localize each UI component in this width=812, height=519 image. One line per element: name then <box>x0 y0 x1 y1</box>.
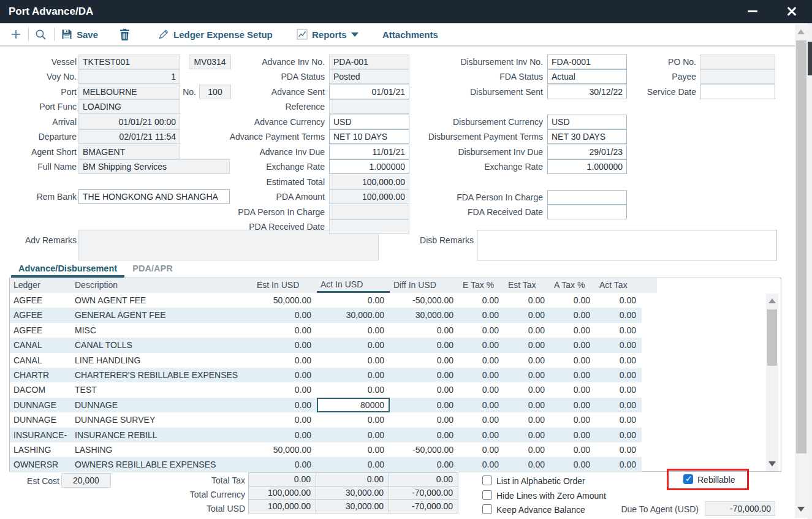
grid-scrollbar-thumb[interactable] <box>767 309 777 366</box>
grid-cell[interactable]: 0.00 <box>550 428 596 442</box>
grid-cell[interactable]: 0.00 <box>459 368 504 382</box>
departure-field[interactable]: 02/01/21 11:54 <box>78 129 180 144</box>
grid-cell[interactable]: 0.00 <box>596 442 642 457</box>
grid-cell[interactable]: 0.00 <box>550 457 596 472</box>
grid-cell[interactable]: 0.00 <box>504 338 550 352</box>
column-header-act-tax[interactable]: Act Tax <box>596 278 642 293</box>
grid-cell[interactable]: 50,000.00 <box>253 442 317 457</box>
disbursement-inv-due-field[interactable]: 29/01/23 <box>547 145 627 159</box>
grid-cell[interactable]: CHARTERER'S REBILLABLE EXPENSES <box>71 368 253 382</box>
grid-cell[interactable]: DUNNAGE <box>10 412 71 427</box>
grid-cell[interactable]: 0.00 <box>504 412 550 427</box>
grid-cell[interactable]: 0.00 <box>596 398 642 412</box>
grid-cell[interactable]: 0.00 <box>317 338 390 352</box>
grid-cell[interactable]: -50,000.00 <box>390 293 459 308</box>
voy-no-field[interactable]: 1 <box>78 69 180 84</box>
grid-cell[interactable]: 0.00 <box>550 442 596 457</box>
grid-cell[interactable]: 0.00 <box>253 457 317 472</box>
keep-advance-balance-checkbox[interactable] <box>482 504 492 514</box>
window-scrollbar[interactable] <box>795 25 808 518</box>
adv-remarks-field[interactable] <box>78 230 379 260</box>
window-scroll-up-icon[interactable] <box>797 29 805 34</box>
grid-cell[interactable]: 0.00 <box>504 353 550 368</box>
grid-row[interactable]: AGFEEGENERAL AGENT FEE0.0030,000.0030,00… <box>10 308 642 322</box>
grid-cell[interactable]: 0.00 <box>504 293 550 308</box>
grid-row[interactable]: CANALLINE HANDLING0.000.000.000.000.000.… <box>10 353 642 368</box>
grid-cell[interactable]: OWNERSR <box>10 457 71 472</box>
grid-cell[interactable]: 0.00 <box>504 382 550 397</box>
grid-cell[interactable]: INSURANCE REBILL <box>71 428 253 442</box>
ledger-expense-setup-button[interactable]: Ledger Expense Setup <box>158 23 273 45</box>
grid-cell[interactable]: 0.00 <box>596 382 642 397</box>
grid-cell[interactable]: 0.00 <box>253 323 317 338</box>
grid-cell[interactable]: 0.00 <box>317 368 390 382</box>
search-button[interactable] <box>34 23 47 45</box>
estimated-total-field[interactable]: 100,000.00 <box>329 175 409 189</box>
grid-cell[interactable]: OWN AGENT FEE <box>71 293 253 308</box>
column-header-est-in-usd[interactable]: Est In USD <box>253 278 317 293</box>
grid-row[interactable]: AGFEEOWN AGENT FEE50,000.000.00-50,000.0… <box>10 293 642 308</box>
grid-cell[interactable]: 0.00 <box>596 308 642 322</box>
grid-cell[interactable]: 30,000.00 <box>390 308 459 322</box>
payee-field[interactable] <box>700 69 775 84</box>
grid-cell[interactable]: 0.00 <box>459 353 504 368</box>
grid-cell[interactable]: AGFEE <box>10 293 71 308</box>
grid-cell[interactable]: AGFEE <box>10 308 71 322</box>
tab-advance-disbursement[interactable]: Advance/Disbursement <box>11 262 124 278</box>
grid-cell[interactable]: 50,000.00 <box>253 293 317 308</box>
disb-remarks-field[interactable] <box>477 230 777 260</box>
grid-row[interactable]: CANALCANAL TOLLS0.000.000.000.000.000.00… <box>10 338 642 352</box>
minimize-button[interactable] <box>740 0 765 23</box>
grid-cell[interactable]: 0.00 <box>253 353 317 368</box>
grid-cell[interactable]: 0.00 <box>596 353 642 368</box>
add-button[interactable] <box>10 23 22 45</box>
grid-cell[interactable]: 0.00 <box>550 368 596 382</box>
column-header-a-tax[interactable]: A Tax % <box>550 278 596 293</box>
column-header-est-tax[interactable]: Est Tax <box>504 278 550 293</box>
grid-cell[interactable]: 0.00 <box>390 457 459 472</box>
grid-cell[interactable]: 0.00 <box>253 368 317 382</box>
grid-cell[interactable]: 0.00 <box>253 398 317 412</box>
fda-person-in-charge-field[interactable] <box>547 190 627 205</box>
column-header-act-in-usd[interactable]: Act In USD <box>317 278 390 293</box>
grid-cell[interactable]: 0.00 <box>596 412 642 427</box>
tab-pda-apr[interactable]: PDA/APR <box>131 262 175 278</box>
grid-cell[interactable]: 0.00 <box>550 412 596 427</box>
grid-row[interactable]: DACOMTEST0.000.000.000.000.000.000.00 <box>10 382 642 397</box>
disbursement-exchange-rate-field[interactable]: 1.000000 <box>547 159 627 174</box>
fda-received-date-field[interactable] <box>547 205 627 219</box>
grid-cell[interactable]: 0.00 <box>253 428 317 442</box>
grid-scroll-up-icon[interactable] <box>768 298 776 303</box>
attachments-button[interactable]: Attachments <box>382 23 438 45</box>
column-header-diff-in-usd[interactable]: Diff In USD <box>390 278 459 293</box>
disbursement-currency-field[interactable]: USD <box>547 115 627 129</box>
delete-button[interactable] <box>120 23 130 45</box>
grid-row[interactable]: DUNNAGEDUNNAGE SURVEY0.000.000.000.000.0… <box>10 412 642 427</box>
grid-cell[interactable]: 30,000.00 <box>317 308 390 322</box>
grid-cell[interactable]: 0.00 <box>317 412 390 427</box>
grid-cell[interactable]: 0.00 <box>459 412 504 427</box>
grid-cell[interactable]: 0.00 <box>504 308 550 322</box>
grid-cell[interactable]: 0.00 <box>459 442 504 457</box>
agent-short-field[interactable]: BMAGENT <box>78 145 180 159</box>
grid-cell[interactable]: 0.00 <box>459 398 504 412</box>
grid-row[interactable]: DUNNAGEDUNNAGE0.00800000.000.000.000.000… <box>10 398 642 412</box>
grid-cell[interactable]: TEST <box>71 382 253 397</box>
grid-row[interactable]: AGFEEMISC0.000.000.000.000.000.000.00 <box>10 323 642 338</box>
grid-cell[interactable]: 0.00 <box>550 382 596 397</box>
grid-cell[interactable]: 0.00 <box>504 428 550 442</box>
grid-cell[interactable]: 0.00 <box>317 353 390 368</box>
column-header-e-tax[interactable]: E Tax % <box>459 278 504 293</box>
due-to-agent-field[interactable]: -70,000.00 <box>705 501 775 516</box>
port-field[interactable]: MELBOURNE <box>78 85 180 99</box>
grid-cell[interactable]: CANAL <box>10 353 71 368</box>
arrival-field[interactable]: 01/01/21 00:00 <box>78 115 180 129</box>
grid-cell[interactable]: 0.00 <box>390 382 459 397</box>
grid-cell[interactable]: 0.00 <box>504 368 550 382</box>
grid-cell[interactable]: DUNNAGE <box>10 398 71 412</box>
grid-cell[interactable]: 0.00 <box>390 398 459 412</box>
grid-cell[interactable]: 0.00 <box>596 323 642 338</box>
grid-row[interactable]: INSURANCE-INSURANCE REBILL0.000.000.000.… <box>10 428 642 442</box>
grid-cell[interactable]: 0.00 <box>317 457 390 472</box>
grid-cell[interactable]: 0.00 <box>390 368 459 382</box>
